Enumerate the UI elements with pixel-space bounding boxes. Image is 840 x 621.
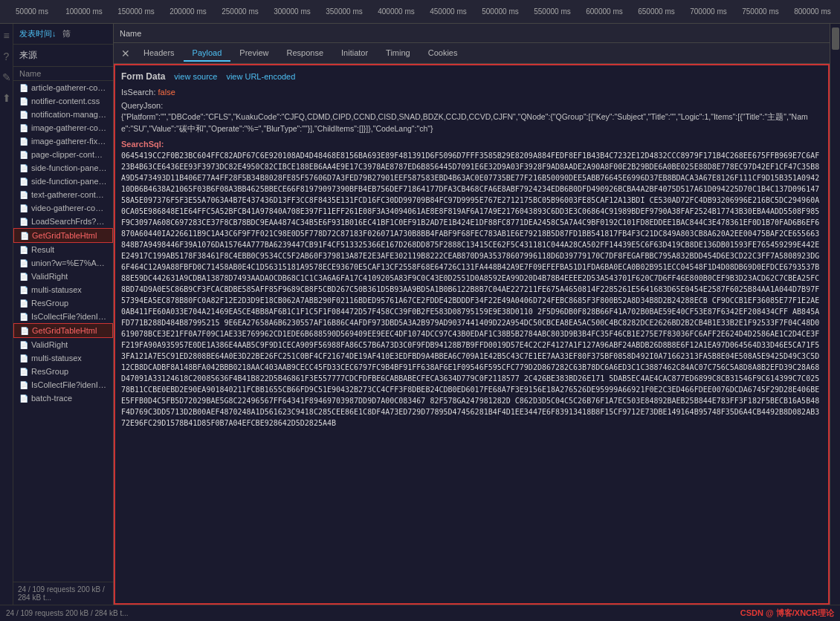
sidebar-item[interactable]: 📄notifier-content.css <box>13 94 113 108</box>
sidebar-item[interactable]: 📄ValidRight <box>13 338 113 351</box>
source-label: 来源 <box>13 45 113 67</box>
time-label: 800000 ms <box>786 7 834 16</box>
sidebar-item[interactable]: 📄ValidRight <box>13 270 113 283</box>
time-label: 500000 ms <box>474 7 526 16</box>
time-label: 350000 ms <box>318 7 370 16</box>
file-icon: 📄 <box>19 313 28 321</box>
sidebar-item-label: ResGroup <box>31 299 68 308</box>
time-label: 650000 ms <box>630 7 682 16</box>
sidebar-item[interactable]: 📄side-function-panel-fix.css <box>13 175 113 188</box>
right-scrollbar[interactable] <box>830 24 840 605</box>
sidebar-item[interactable]: 📄Result <box>13 243 113 256</box>
tab-headers[interactable]: Headers <box>135 45 184 62</box>
sidebar-item[interactable]: 📄article-gatherer-content.css <box>13 81 113 94</box>
time-label: 600000 ms <box>578 7 630 16</box>
sidebar-item[interactable]: 📄GetGridTableHtml <box>13 228 113 243</box>
help-icon[interactable]: ? <box>4 51 10 62</box>
file-icon: 📄 <box>19 299 28 308</box>
sidebar-item[interactable]: 📄video-gatherer-content.css <box>13 201 113 215</box>
file-icon: 📄 <box>19 286 28 294</box>
file-icon: 📄 <box>19 354 28 362</box>
sidebar-item-label: image-gatherer-fix.css <box>31 137 107 146</box>
sidebar-item-label: notifier-content.css <box>31 97 100 105</box>
sidebar-item-label: GetGridTableHtml <box>32 231 97 240</box>
file-icon: 📄 <box>20 327 29 335</box>
sidebar-item[interactable]: 📄multi-statusex <box>13 283 113 296</box>
file-icon: 📄 <box>19 394 28 403</box>
sidebar-footer: 24 / 109 requests 200 kB / 284 kB t... <box>13 582 113 605</box>
query-json-value: {"Platform":"","DBCode":"CFLS","KuakuCod… <box>121 111 822 135</box>
sidebar-item[interactable]: 📄page-clipper-content.css <box>13 148 113 161</box>
tab-initiator[interactable]: Initiator <box>332 45 377 62</box>
watermark: CSDN @ 博客/XNCR理论 <box>740 608 834 619</box>
is-search-field: IsSearch: false <box>121 88 822 97</box>
sidebar-item[interactable]: 📄notification-manager-content... <box>13 108 113 121</box>
sidebar-item-label: video-gatherer-content.css <box>31 204 107 212</box>
tab-response[interactable]: Response <box>277 45 332 62</box>
search-sql-field: SearchSql: 0645419CC2F0B23BC604FFC82ADF6… <box>121 140 822 429</box>
sidebar-item[interactable]: 📄image-gatherer-content.css <box>13 121 113 134</box>
form-data-title: Form Data <box>121 71 165 82</box>
tab-preview[interactable]: Preview <box>230 45 277 62</box>
sidebar-item[interactable]: 📄ResGroup <box>13 296 113 310</box>
sidebar-item-label: Result <box>31 245 54 254</box>
side-icons-strip: ≡ ? ✎ ⬆ <box>0 24 13 605</box>
sidebar-item[interactable]: 📄IsCollectFile?idenID=WEEvREc... <box>13 378 113 391</box>
time-label: 450000 ms <box>422 7 474 16</box>
file-icon: 📄 <box>19 137 28 146</box>
sidebar-item[interactable]: 📄LoadSearchFrds?docC...=CF... <box>13 215 113 228</box>
sidebar-item[interactable]: 📄text-gatherer-content.css <box>13 188 113 201</box>
sidebar-item[interactable]: 📄batch-trace <box>13 391 113 405</box>
sidebar-item[interactable]: 📄multi-statusex <box>13 351 113 365</box>
source-text: 来源 <box>19 49 37 62</box>
sidebar-item[interactable]: 📄GetGridTableHtml <box>13 323 113 338</box>
file-icon: 📄 <box>19 218 28 226</box>
menu-icon[interactable]: ≡ <box>3 30 9 42</box>
sidebar-item-label: multi-statusex <box>31 354 82 362</box>
time-label: 50000 ms <box>6 7 58 16</box>
time-labels: 50000 ms100000 ms150000 ms200000 ms25000… <box>6 7 834 16</box>
upload-icon[interactable]: ⬆ <box>2 92 11 104</box>
sidebar-item[interactable]: 📄union?w=%E7%A2%B3%E4%B... <box>13 256 113 270</box>
file-icon: 📄 <box>19 191 28 199</box>
publish-time-btn[interactable]: 发表时间↓ <box>19 28 56 39</box>
time-label: 250000 ms <box>214 7 266 16</box>
file-icon: 📄 <box>19 151 28 159</box>
filter-btn[interactable]: 筛 <box>62 28 71 39</box>
name-bar-label: Name <box>120 29 141 38</box>
edit-icon[interactable]: ✎ <box>2 71 11 83</box>
sidebar-item-label: batch-trace <box>31 394 72 403</box>
payload-content[interactable]: Form Data view source view URL-encoded I… <box>114 64 830 605</box>
sidebar-item[interactable]: 📄side-function-panel-content.css <box>13 161 113 175</box>
tab-payload[interactable]: Payload <box>184 45 231 62</box>
tab-close-btn[interactable]: ✕ <box>117 48 135 59</box>
is-search-label: IsSearch: <box>121 88 155 97</box>
sidebar-item-label: IsCollectFile?idenID=WEEvREc... <box>31 380 107 389</box>
file-icon: 📄 <box>19 97 28 105</box>
time-label: 550000 ms <box>526 7 578 16</box>
sidebar-item-label: ValidRight <box>31 340 68 349</box>
view-urlencoded-link[interactable]: view URL-encoded <box>226 72 295 81</box>
sidebar-item-label: image-gatherer-content.css <box>31 123 107 132</box>
tab-timing[interactable]: Timing <box>377 45 419 62</box>
tab-cookies[interactable]: Cookies <box>419 45 467 62</box>
sidebar-item-label: ValidRight <box>31 272 68 281</box>
sidebar-item-label: IsCollectFile?idenID=WEEvREc... <box>31 312 107 321</box>
sidebar-item-label: text-gatherer-content.css <box>31 190 107 199</box>
file-icon: 📄 <box>19 111 28 119</box>
query-json-field: QueryJson: {"Platform":"","DBCode":"CFLS… <box>121 101 822 135</box>
sidebar: 发表时间↓ 筛 来源 Name 📄article-gatherer-conten… <box>13 24 114 605</box>
sidebar-item[interactable]: 📄ResGroup <box>13 365 113 378</box>
sidebar-items-list[interactable]: 📄article-gatherer-content.css📄notifier-c… <box>13 81 113 582</box>
file-icon: 📄 <box>19 84 28 92</box>
time-label: 300000 ms <box>266 7 318 16</box>
sidebar-item[interactable]: 📄IsCollectFile?idenID=WEEvREc... <box>13 310 113 323</box>
sidebar-item[interactable]: 📄image-gatherer-fix.css <box>13 134 113 148</box>
status-requests: 24 / 109 requests 200 kB / 284 kB t... <box>6 609 129 617</box>
sidebar-item-label: GetGridTableHtml <box>32 326 97 335</box>
sidebar-item-label: notification-manager-content... <box>31 110 107 119</box>
view-source-link[interactable]: view source <box>174 72 217 81</box>
name-bar: Name <box>114 24 830 43</box>
query-json-label: QueryJson: <box>121 101 163 110</box>
sidebar-item-label: article-gatherer-content.css <box>31 83 107 92</box>
